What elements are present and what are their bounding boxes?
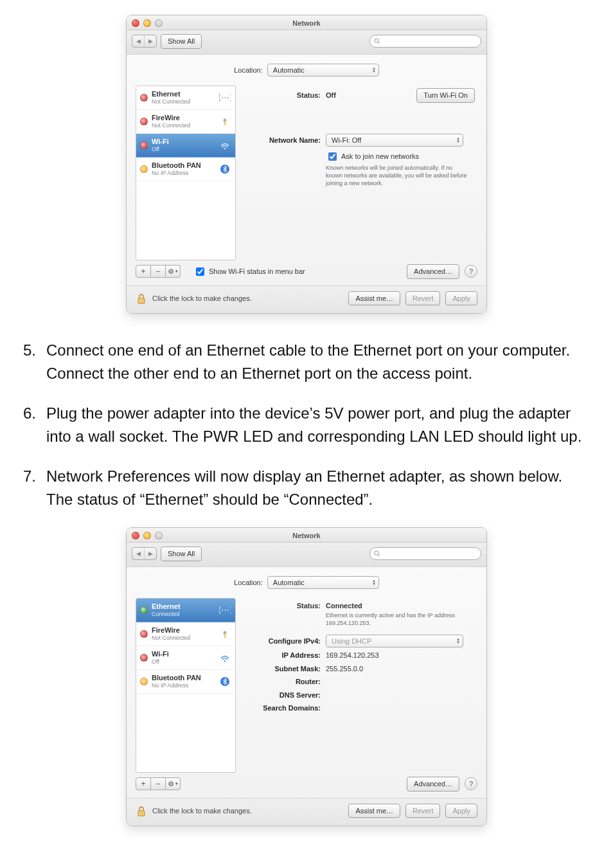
sidebar-item-firewire[interactable]: FireWire Not Connected	[136, 622, 235, 646]
chevron-up-down-icon: ▲▼	[456, 137, 460, 143]
status-value: Connected	[326, 601, 362, 611]
sidebar-item-ethernet[interactable]: Ethernet Not Connected ⟨⋯⟩	[136, 86, 235, 110]
lock-icon[interactable]	[136, 292, 147, 305]
titlebar: Network	[127, 528, 486, 543]
show-wifi-menubar-checkbox[interactable]	[196, 267, 204, 276]
service-actions-button[interactable]: ▾	[166, 777, 181, 790]
field-label: Subnet Mask:	[244, 664, 321, 674]
turn-wifi-on-button[interactable]: Turn Wi-Fi On	[416, 88, 475, 103]
add-service-button[interactable]: +	[136, 265, 151, 278]
search-input[interactable]	[369, 547, 481, 560]
back-icon[interactable]: ◀	[132, 548, 144, 559]
chevron-up-down-icon: ▲▼	[372, 579, 376, 586]
forward-icon[interactable]: ▶	[144, 35, 156, 47]
revert-button[interactable]: Revert	[405, 291, 440, 306]
svg-rect-19	[138, 811, 145, 816]
services-sidebar[interactable]: Ethernet Not Connected ⟨⋯⟩ FireWire Not …	[136, 86, 236, 260]
network-name-select[interactable]: Wi-Fi: Off ▲▼	[326, 134, 463, 147]
advanced-button[interactable]: Advanced…	[407, 777, 459, 791]
gear-icon	[168, 780, 175, 788]
lock-message: Click the lock to make changes.	[152, 293, 343, 304]
footer: Click the lock to make changes. Assist m…	[127, 285, 486, 314]
assist-button[interactable]: Assist me…	[348, 291, 400, 306]
field-value: 255.255.0.0	[326, 664, 363, 674]
svg-point-0	[375, 39, 378, 42]
lock-icon[interactable]	[136, 804, 147, 817]
svg-point-18	[170, 783, 172, 784]
footer: Click the lock to make changes. Assist m…	[127, 798, 486, 826]
remove-service-button[interactable]: −	[151, 777, 166, 790]
configure-select[interactable]: Using DHCP ▲▼	[326, 635, 463, 648]
status-label: Status:	[244, 90, 321, 101]
location-value: Automatic	[273, 65, 305, 76]
toolbar: ◀ ▶ Show All	[127, 30, 486, 55]
location-label: Location:	[234, 579, 263, 586]
field-label: IP Address:	[244, 650, 321, 661]
svg-rect-14	[224, 634, 226, 638]
svg-line-11	[378, 554, 380, 556]
toolbar: ◀ ▶ Show All	[127, 543, 486, 567]
help-button[interactable]: ?	[465, 265, 477, 278]
location-label: Location:	[234, 66, 263, 74]
firewire-icon	[218, 628, 231, 640]
apply-button[interactable]: Apply	[445, 804, 477, 818]
detail-pane: Status: Connected Ethernet is currently …	[244, 598, 477, 773]
service-name: Wi-Fi	[152, 650, 215, 658]
sidebar-item-firewire[interactable]: FireWire Not Connected	[136, 110, 235, 134]
advanced-button[interactable]: Advanced…	[407, 264, 459, 279]
show-all-button[interactable]: Show All	[161, 34, 202, 49]
status-value: Off	[326, 90, 336, 101]
apply-button[interactable]: Apply	[445, 291, 477, 306]
show-all-button[interactable]: Show All	[161, 547, 202, 561]
service-actions-button[interactable]: ▾	[166, 265, 181, 278]
services-sidebar[interactable]: Ethernet Connected ⟨⋯⟩ FireWire Not Conn…	[136, 598, 236, 773]
service-status: Off	[152, 658, 215, 665]
svg-text:⟨⋯⟩: ⟨⋯⟩	[219, 93, 231, 102]
field-label: DNS Server:	[244, 690, 321, 701]
help-button[interactable]: ?	[465, 777, 477, 790]
detail-pane: Status: Off Turn Wi-Fi On Network Name: …	[244, 86, 477, 260]
window-title: Network	[127, 530, 486, 541]
status-dot-icon	[140, 606, 148, 614]
chevron-up-down-icon: ▲▼	[372, 67, 376, 73]
sidebar-item-bluetooth-pan[interactable]: Bluetooth PAN No IP Address	[136, 670, 235, 694]
ask-join-checkbox[interactable]	[328, 152, 337, 161]
status-dot-icon	[140, 118, 148, 125]
location-row: Location: Automatic ▲▼	[127, 567, 486, 593]
service-name: FireWire	[152, 114, 215, 122]
status-dot-icon	[140, 141, 148, 149]
location-select[interactable]: Automatic ▲▼	[267, 576, 379, 590]
add-service-button[interactable]: +	[136, 777, 151, 790]
svg-point-3	[224, 119, 227, 122]
svg-point-13	[224, 631, 227, 635]
service-status: Off	[152, 145, 215, 153]
status-label: Status:	[244, 601, 321, 611]
status-dot-icon	[140, 654, 148, 662]
network-window-b: Network ◀ ▶ Show All Location: Automatic…	[127, 528, 486, 826]
service-status: Not Connected	[152, 634, 215, 642]
sidebar-item-wi-fi[interactable]: Wi-Fi Off	[136, 134, 235, 158]
assist-button[interactable]: Assist me…	[348, 804, 400, 818]
svg-point-10	[375, 551, 378, 555]
search-input[interactable]	[369, 35, 481, 48]
nav-arrows[interactable]: ◀ ▶	[132, 547, 157, 560]
sidebar-item-ethernet[interactable]: Ethernet Connected ⟨⋯⟩	[136, 599, 235, 622]
revert-button[interactable]: Revert	[405, 804, 440, 818]
instruction-5: 5. Connect one end of an Ethernet cable …	[23, 339, 590, 385]
field-label: Search Domains:	[244, 703, 321, 714]
configure-value: Using DHCP	[332, 636, 371, 647]
forward-icon[interactable]: ▶	[144, 548, 156, 559]
field-value: 169.254.120.253	[326, 650, 379, 661]
location-select[interactable]: Automatic ▲▼	[267, 64, 379, 77]
ask-join-label: Ask to join new networks	[341, 151, 419, 162]
wifi-icon	[218, 651, 231, 664]
service-status: Not Connected	[152, 122, 215, 129]
show-wifi-menubar-label: Show Wi-Fi status in menu bar	[209, 266, 305, 277]
back-icon[interactable]: ◀	[132, 35, 144, 47]
content-area: Ethernet Connected ⟨⋯⟩ FireWire Not Conn…	[127, 593, 486, 779]
svg-point-15	[224, 660, 226, 662]
remove-service-button[interactable]: −	[151, 265, 166, 278]
nav-arrows[interactable]: ◀ ▶	[132, 35, 157, 48]
sidebar-item-wi-fi[interactable]: Wi-Fi Off	[136, 646, 235, 670]
sidebar-item-bluetooth-pan[interactable]: Bluetooth PAN No IP Address	[136, 158, 235, 181]
